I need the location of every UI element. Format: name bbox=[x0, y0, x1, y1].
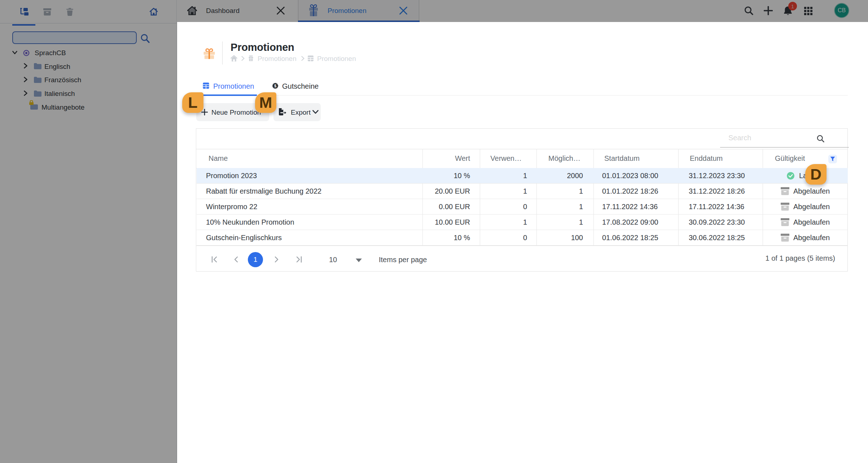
svg-text:$: $ bbox=[274, 84, 276, 88]
